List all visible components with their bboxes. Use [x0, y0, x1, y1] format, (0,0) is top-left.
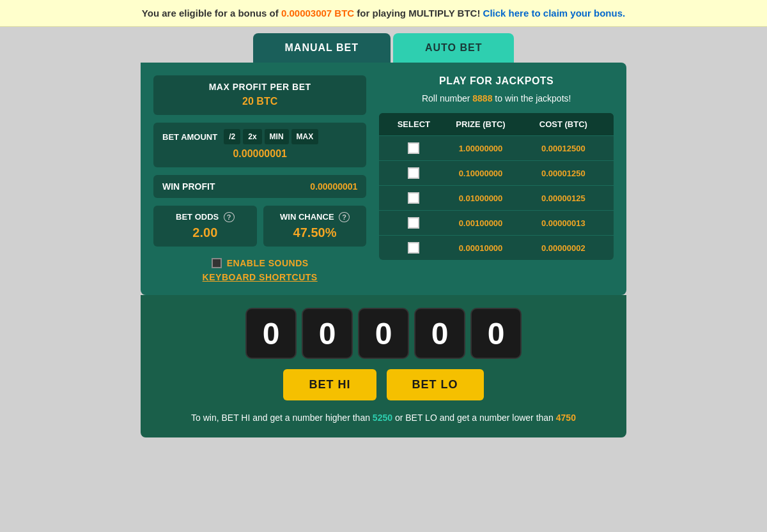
jackpot-subtitle-before: Roll number — [422, 93, 472, 103]
bet-amount-section: BET AMOUNT /2 2x MIN MAX 0.00000001 — [153, 123, 366, 167]
jackpot-row: 0.00100000 0.00000013 — [379, 210, 614, 235]
jackpot-row: 0.00010000 0.00000002 — [379, 235, 614, 260]
dice-digit-3: 0 — [414, 308, 465, 359]
jackpot-row: 0.01000000 0.00000125 — [379, 185, 614, 210]
col-prize: PRIZE (BTC) — [439, 119, 522, 129]
max-profit-section: MAX PROFIT PER BET 20 BTC — [153, 75, 366, 115]
main-container: MANUAL BET AUTO BET MAX PROFIT PER BET 2… — [141, 33, 626, 437]
jackpot-cost-3: 0.00000013 — [522, 218, 605, 228]
right-side: PLAY FOR JACKPOTS Roll number 8888 to wi… — [379, 75, 614, 282]
win-profit-value: 0.00000001 — [310, 181, 357, 192]
dice-digit-0: 0 — [245, 308, 297, 359]
jackpot-checkbox-cell-2 — [388, 192, 439, 204]
enable-sounds-checkbox[interactable] — [212, 258, 222, 268]
jackpot-cost-4: 0.00000002 — [522, 243, 605, 253]
win-text: To win, BET HI and get a number higher t… — [191, 411, 576, 425]
jackpot-roll-number: 8888 — [472, 93, 492, 103]
dice-digit-4: 0 — [470, 308, 522, 359]
bonus-banner: You are eligible for a bonus of 0.000030… — [0, 0, 767, 27]
tabs: MANUAL BET AUTO BET — [141, 33, 626, 63]
col-cost: COST (BTC) — [522, 119, 605, 129]
jackpot-subtitle-after: to win the jackpots! — [492, 93, 571, 103]
main-panel: MAX PROFIT PER BET 20 BTC BET AMOUNT /2 … — [141, 63, 626, 295]
jackpot-cost-0: 0.00012500 — [522, 144, 605, 153]
win-chance-box: WIN CHANCE ? 47.50% — [263, 206, 367, 247]
bet-odds-value[interactable]: 2.00 — [162, 222, 248, 240]
col-select: SELECT — [388, 119, 439, 129]
dice-digit-2: 0 — [358, 308, 409, 359]
jackpot-cost-1: 0.00001250 — [522, 169, 605, 178]
max-profit-label: MAX PROFIT PER BET — [162, 82, 357, 92]
max-profit-value: 20 BTC — [162, 92, 357, 109]
win-text-before: To win, BET HI and get a number higher t… — [191, 413, 373, 423]
jackpot-checkbox-4[interactable] — [408, 242, 419, 254]
bet-lo-button[interactable]: BET LO — [387, 369, 484, 400]
win-chance-value[interactable]: 47.50% — [272, 222, 358, 240]
win-lo-number: 4750 — [556, 413, 576, 423]
claim-link[interactable]: Click here to claim your bonus. — [483, 8, 626, 19]
dice-digit-1: 0 — [302, 308, 353, 359]
jackpot-prize-4: 0.00010000 — [439, 243, 522, 253]
bet-amount-value[interactable]: 0.00000001 — [162, 144, 357, 161]
jackpot-checkbox-2[interactable] — [408, 192, 419, 204]
tab-manual[interactable]: MANUAL BET — [253, 33, 391, 63]
jackpot-checkbox-1[interactable] — [408, 167, 419, 179]
tab-auto[interactable]: AUTO BET — [393, 33, 514, 63]
bottom-section: 00000 BET HI BET LO To win, BET HI and g… — [141, 295, 626, 437]
jackpot-checkbox-cell-3 — [388, 217, 439, 229]
jackpot-cost-2: 0.00000125 — [522, 194, 605, 203]
win-text-middle: or BET LO and get a number lower than — [392, 413, 556, 423]
bet-hi-button[interactable]: BET HI — [283, 369, 376, 400]
btn-min[interactable]: MIN — [265, 129, 289, 144]
win-chance-help-icon[interactable]: ? — [339, 212, 350, 222]
btn-half[interactable]: /2 — [224, 129, 240, 144]
jackpot-table: SELECT PRIZE (BTC) COST (BTC) 1.00000000… — [379, 113, 614, 260]
jackpot-prize-2: 0.01000000 — [439, 194, 522, 203]
jackpot-checkbox-cell-0 — [388, 142, 439, 154]
btn-max[interactable]: MAX — [291, 129, 319, 144]
bet-buttons: BET HI BET LO — [283, 369, 483, 400]
win-profit-label: WIN PROFIT — [162, 181, 310, 192]
bet-amount-label: BET AMOUNT — [162, 132, 217, 142]
win-chance-label: WIN CHANCE ? — [272, 212, 358, 222]
odds-chance-row: BET ODDS ? 2.00 WIN CHANCE ? 47.50% — [153, 206, 366, 247]
keyboard-shortcuts-link[interactable]: KEYBOARD SHORTCUTS — [153, 272, 366, 282]
bet-odds-box: BET ODDS ? 2.00 — [153, 206, 257, 247]
jackpot-checkbox-3[interactable] — [408, 217, 419, 229]
jackpot-row: 0.10000000 0.00001250 — [379, 160, 614, 185]
bonus-text-middle: for playing MULTIPLY BTC! — [354, 8, 483, 19]
win-profit-row: WIN PROFIT 0.00000001 — [153, 175, 366, 198]
bet-odds-help-icon[interactable]: ? — [224, 212, 235, 222]
btn-double[interactable]: 2x — [243, 129, 261, 144]
left-side: MAX PROFIT PER BET 20 BTC BET AMOUNT /2 … — [153, 75, 366, 282]
win-hi-number: 5250 — [373, 413, 392, 423]
jackpot-prize-1: 0.10000000 — [439, 169, 522, 178]
jackpot-header: SELECT PRIZE (BTC) COST (BTC) — [379, 113, 614, 135]
bet-odds-label: BET ODDS ? — [162, 212, 248, 222]
bonus-text-before: You are eligible for a bonus of — [142, 8, 281, 19]
sounds-label[interactable]: ENABLE SOUNDS — [227, 258, 309, 268]
jackpot-checkbox-cell-1 — [388, 167, 439, 179]
bonus-amount: 0.00003007 BTC — [281, 8, 354, 19]
jackpot-checkbox-cell-4 — [388, 242, 439, 254]
jackpot-prize-0: 1.00000000 — [439, 144, 522, 153]
dice-display: 00000 — [245, 308, 522, 359]
sounds-row: ENABLE SOUNDS — [153, 254, 366, 272]
jackpot-prize-3: 0.00100000 — [439, 218, 522, 228]
sounds-section: ENABLE SOUNDS KEYBOARD SHORTCUTS — [153, 254, 366, 282]
jackpot-rows: 1.00000000 0.00012500 0.10000000 0.00001… — [379, 135, 614, 260]
jackpot-row: 1.00000000 0.00012500 — [379, 135, 614, 160]
jackpot-title: PLAY FOR JACKPOTS — [379, 75, 614, 87]
jackpot-checkbox-0[interactable] — [408, 142, 419, 154]
jackpot-subtitle: Roll number 8888 to win the jackpots! — [379, 92, 614, 105]
